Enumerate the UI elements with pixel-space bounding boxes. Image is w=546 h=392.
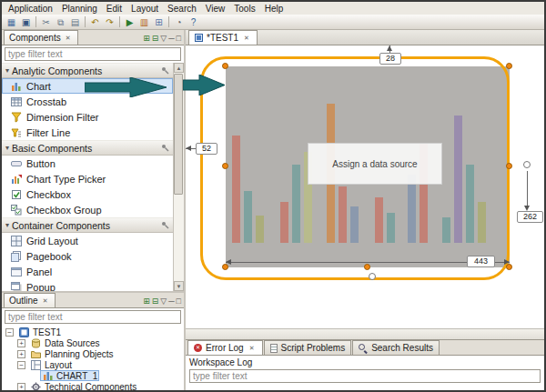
resize-handle-ne[interactable] (506, 63, 512, 69)
component-dimension-filter[interactable]: Dimension Filter (2, 109, 173, 125)
menu-edit[interactable]: Edit (102, 4, 126, 14)
component-grid-layout[interactable]: Grid Layout (2, 233, 173, 248)
expand-icon[interactable]: + (17, 350, 25, 358)
component-pagebook[interactable]: Pagebook (2, 248, 173, 264)
search-results-icon (359, 344, 368, 353)
resize-handle-e[interactable] (506, 163, 512, 169)
tree-node-data-sources[interactable]: +Data Sources (2, 337, 184, 348)
scroll-up-icon[interactable]: ▲ (174, 63, 184, 73)
component-button[interactable]: Button (2, 156, 173, 171)
pin-icon[interactable] (161, 144, 169, 152)
expand-all-icon[interactable]: ⊞ (143, 34, 150, 43)
resize-handle-se[interactable] (506, 264, 512, 270)
components-tabbar: Components ✕ ⊞⊟▽─□ (2, 30, 184, 45)
pin-icon[interactable] (161, 221, 169, 229)
resize-handle-s[interactable] (364, 264, 370, 270)
close-icon[interactable]: ✕ (248, 344, 257, 353)
collapse-all-icon[interactable]: ⊟ (152, 34, 159, 43)
chart-widget[interactable]: Assign a data source (226, 66, 510, 267)
help-icon[interactable]: ? (187, 15, 200, 28)
menu-application[interactable]: Application (4, 4, 57, 14)
resize-handle-nw[interactable] (222, 63, 228, 69)
copy-icon[interactable]: ⧉ (54, 15, 67, 28)
tree-node-technical-components[interactable]: +Technical Components (2, 381, 184, 392)
chart-bar (478, 202, 486, 243)
chart-wizard-icon[interactable]: ▥ (137, 15, 151, 28)
handle-circle-right[interactable] (523, 161, 531, 168)
assign-message: Assign a data source (332, 159, 417, 169)
tab-error-log[interactable]: Error Log✕ (187, 340, 263, 355)
cut-icon[interactable]: ✂ (39, 15, 53, 28)
component-popup[interactable]: Popup (2, 279, 173, 291)
toolbar-separator (168, 16, 169, 27)
tree-node-layout[interactable]: −Layout (2, 359, 184, 370)
components-scrollbar[interactable]: ▲ ▼ (173, 63, 184, 291)
component-panel[interactable]: Panel (2, 264, 173, 279)
paste-icon[interactable]: ▤ (68, 15, 82, 28)
maximize-icon[interactable]: □ (177, 297, 181, 306)
design-canvas[interactable]: Assign a data source 28 52 (186, 45, 544, 328)
scroll-down-icon[interactable]: ▼ (174, 281, 184, 291)
resize-handle-w[interactable] (222, 163, 228, 169)
menu-view[interactable]: View (201, 4, 230, 14)
execute-icon[interactable]: ▶ (123, 15, 136, 28)
menu-planning[interactable]: Planning (57, 4, 102, 14)
view-menu-icon[interactable]: ▽ (160, 297, 167, 306)
canvas-hscrollbar[interactable] (186, 328, 544, 339)
collapse-all-icon[interactable]: ⊟ (152, 297, 159, 306)
tab-label: Error Log (206, 343, 244, 353)
tree-node-test1[interactable]: −TEST1 (2, 327, 184, 337)
expand-icon[interactable]: + (17, 383, 25, 391)
scrollbar-track[interactable] (174, 73, 184, 281)
save-icon[interactable]: ▣ (19, 15, 33, 28)
zoom-icon[interactable]: ◔ (172, 15, 186, 28)
section-container-components[interactable]: ▾Container Components (2, 217, 173, 233)
tab-test1[interactable]: *TEST1 ✕ (188, 30, 258, 45)
section-analytic-components[interactable]: ▾Analytic Components (2, 63, 173, 78)
collapse-icon[interactable]: − (5, 328, 14, 337)
scrollbar-thumb[interactable] (174, 74, 183, 195)
pin-icon[interactable] (161, 66, 169, 75)
menu-tools[interactable]: Tools (229, 4, 259, 14)
components-filter-input[interactable] (5, 47, 181, 61)
outline-filter-input[interactable] (5, 310, 181, 324)
component-chart-type-picker[interactable]: Chart Type Picker (2, 171, 173, 186)
tab-script-problems[interactable]: Script Problems (264, 340, 352, 355)
maximize-icon[interactable]: □ (177, 34, 181, 43)
component-chart[interactable]: Chart (2, 78, 173, 94)
tree-node-chart-1[interactable]: CHART_1 (2, 370, 184, 381)
expand-all-icon[interactable]: ⊞ (143, 297, 150, 306)
menu-help[interactable]: Help (260, 4, 288, 14)
undo-icon[interactable]: ↶ (88, 15, 102, 28)
new-application-icon[interactable]: ▦ (5, 15, 18, 28)
component-crosstab[interactable]: Crosstab (2, 94, 173, 109)
view-menu-icon[interactable]: ▽ (160, 34, 167, 43)
close-icon[interactable]: ✕ (64, 34, 73, 43)
tab-outline[interactable]: Outline ✕ (4, 293, 56, 307)
handle-circle-bottom[interactable] (369, 273, 376, 280)
grid-view-icon[interactable]: ⊞ (152, 15, 166, 28)
menu-layout[interactable]: Layout (126, 4, 163, 14)
redo-icon[interactable]: ↷ (103, 15, 116, 28)
minimize-icon[interactable]: ─ (168, 34, 174, 43)
component-label: Chart (26, 81, 51, 92)
expand-icon[interactable]: + (17, 339, 25, 347)
close-icon[interactable]: ✕ (242, 34, 251, 43)
component-filter-line[interactable]: Filter Line (2, 125, 173, 140)
section-basic-components[interactable]: ▾Basic Components (2, 140, 173, 156)
component-checkbox-group[interactable]: Checkbox Group (2, 202, 173, 217)
menu-search[interactable]: Search (163, 4, 201, 14)
collapse-icon[interactable]: − (17, 361, 25, 369)
checkbox-group-icon (10, 205, 22, 216)
filter-line-icon (10, 127, 22, 138)
toolbar-separator (35, 16, 36, 27)
close-icon[interactable]: ✕ (41, 297, 50, 306)
component-label: Checkbox (26, 189, 71, 200)
component-checkbox[interactable]: Checkbox (2, 186, 173, 202)
tab-search-results[interactable]: Search Results (352, 340, 440, 355)
tree-node-planning-objects[interactable]: +Planning Objects (2, 348, 184, 359)
tab-components[interactable]: Components ✕ (4, 30, 78, 45)
errorlog-filter-input[interactable] (189, 369, 541, 383)
resize-handle-sw[interactable] (222, 264, 228, 270)
minimize-icon[interactable]: ─ (168, 297, 174, 306)
